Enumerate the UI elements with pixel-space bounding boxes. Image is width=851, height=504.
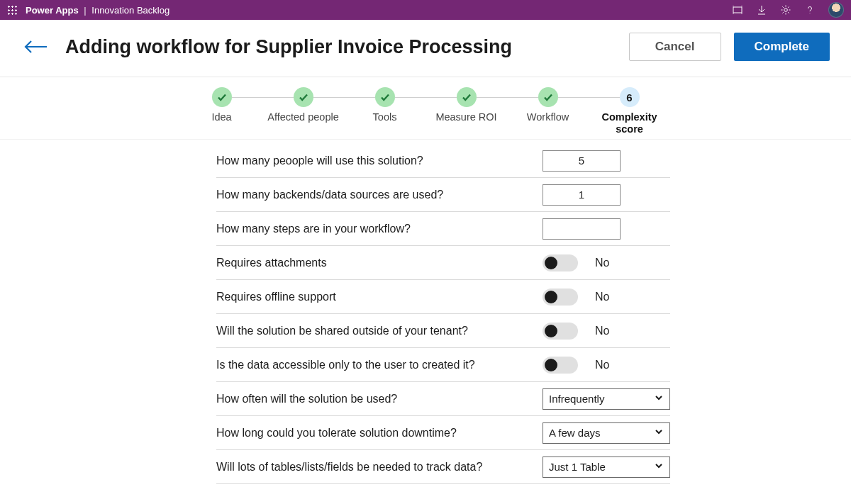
row-backends: How many backends/data sources are used? <box>216 178 670 212</box>
cancel-button[interactable]: Cancel <box>629 33 721 61</box>
offline-toggle[interactable] <box>543 289 578 306</box>
step-label: Idea <box>181 111 262 123</box>
step-complexity-score[interactable]: 6 Complexity score <box>589 87 670 135</box>
step-affected-people[interactable]: Affected people <box>262 87 344 135</box>
check-icon <box>294 87 313 107</box>
waffle-icon[interactable] <box>7 5 17 15</box>
chevron-down-icon <box>654 393 664 405</box>
check-icon <box>212 87 232 107</box>
fit-icon[interactable] <box>732 4 743 16</box>
toggle-value-label: No <box>595 257 609 269</box>
topbar-separator: | <box>84 5 86 16</box>
select-value: Just 1 Table <box>549 461 606 473</box>
row-frequency: How often will the solution be used? Inf… <box>216 382 670 416</box>
row-offline: Requires offline support No <box>216 280 670 314</box>
header-actions: Cancel Complete <box>629 33 830 61</box>
topbar-right <box>732 2 844 18</box>
step-tools[interactable]: Tools <box>344 87 425 135</box>
row-downtime: How long could you tolerate solution dow… <box>216 416 670 450</box>
row-steps: How many steps are in your workflow? <box>216 212 670 246</box>
check-icon <box>538 87 558 107</box>
question-label: How often will the solution be used? <box>216 393 543 405</box>
topbar-app-name: Power Apps | Innovation Backlog <box>26 5 169 16</box>
shared-outside-toggle[interactable] <box>543 323 578 340</box>
row-shared-outside: Will the solution be shared outside of y… <box>216 314 670 348</box>
step-workflow[interactable]: Workflow <box>507 87 589 135</box>
row-private-data: Is the data accessible only to the user … <box>216 348 670 382</box>
question-label: How long could you tolerate solution dow… <box>216 427 543 439</box>
question-label: Is the data accessible only to the user … <box>216 359 543 371</box>
toggle-value-label: No <box>595 359 609 371</box>
users-input[interactable] <box>543 150 621 172</box>
backends-input[interactable] <box>543 184 621 206</box>
question-label: Requires offline support <box>216 291 543 303</box>
chevron-down-icon <box>654 461 664 473</box>
topbar-app-label: Power Apps <box>26 5 79 16</box>
chevron-down-icon <box>654 427 664 439</box>
downtime-select[interactable]: A few days <box>543 422 670 444</box>
topbar-page-label: Innovation Backlog <box>91 5 169 16</box>
page-title: Adding workflow for Supplier Invoice Pro… <box>65 36 512 58</box>
step-measure-roi[interactable]: Measure ROI <box>425 87 507 135</box>
step-label: Workflow <box>507 111 589 123</box>
row-attachments: Requires attachments No <box>216 246 670 280</box>
svg-rect-0 <box>733 7 742 13</box>
check-icon <box>457 87 477 107</box>
select-value: A few days <box>549 427 601 439</box>
frequency-select[interactable]: Infrequently <box>543 388 670 410</box>
select-value: Infrequently <box>549 393 604 405</box>
svg-point-1 <box>784 9 788 12</box>
question-label: Will lots of tables/lists/fields be need… <box>216 461 543 474</box>
row-users: How many peoople will use this solution? <box>216 144 670 178</box>
complexity-form: How many peoople will use this solution?… <box>0 140 851 498</box>
tables-select[interactable]: Just 1 Table <box>543 457 670 478</box>
steps-input[interactable] <box>543 218 621 240</box>
step-label: Complexity score <box>589 111 670 135</box>
question-label: How many backends/data sources are used? <box>216 189 543 201</box>
step-number-badge: 6 <box>620 87 640 107</box>
header-left: Adding workflow for Supplier Invoice Pro… <box>21 36 512 58</box>
page-header: Adding workflow for Supplier Invoice Pro… <box>0 20 851 77</box>
wizard-stepper: Idea Affected people Tools Measure ROI W… <box>0 77 851 140</box>
question-label: Requires attachments <box>216 257 543 269</box>
gear-icon[interactable] <box>780 4 791 16</box>
toggle-value-label: No <box>595 291 609 303</box>
step-idea[interactable]: Idea <box>181 87 262 135</box>
attachments-toggle[interactable] <box>543 254 578 271</box>
toggle-value-label: No <box>595 325 609 337</box>
app-topbar: Power Apps | Innovation Backlog <box>0 0 851 20</box>
complete-button[interactable]: Complete <box>734 33 830 61</box>
question-label: Will the solution be shared outside of y… <box>216 325 543 337</box>
topbar-left: Power Apps | Innovation Backlog <box>7 5 169 16</box>
step-label: Affected people <box>262 111 344 123</box>
question-label: How many steps are in your workflow? <box>216 223 543 235</box>
step-label: Tools <box>344 111 425 123</box>
check-icon <box>375 87 395 107</box>
download-icon[interactable] <box>756 4 767 16</box>
row-tables: Will lots of tables/lists/fields be need… <box>216 450 670 484</box>
step-label: Measure ROI <box>425 111 507 123</box>
private-data-toggle[interactable] <box>543 357 578 374</box>
question-label: How many peoople will use this solution? <box>216 155 543 167</box>
avatar[interactable] <box>828 2 844 18</box>
help-icon[interactable] <box>804 4 816 16</box>
back-arrow-icon[interactable] <box>21 37 50 57</box>
